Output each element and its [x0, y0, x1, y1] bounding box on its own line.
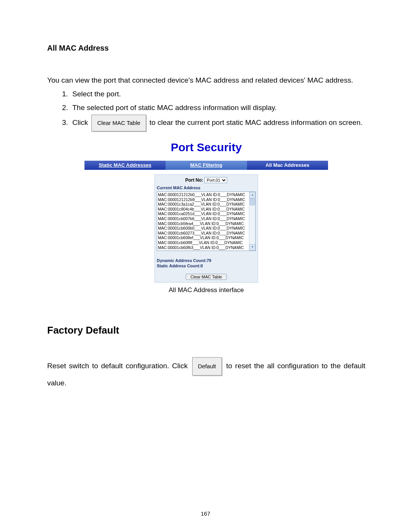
tab-all-mac[interactable]: All Mac Addresses: [247, 161, 328, 170]
dynamic-address-count: Dynamic Address Count:79: [157, 258, 256, 263]
mac-address-listbox[interactable]: MAC:0000121212b0___VLAN ID:0___DYNAMIC M…: [157, 192, 249, 251]
scrollbar[interactable]: ▴ ▾: [249, 192, 255, 251]
port-no-label: Port No:: [185, 177, 203, 183]
section-heading-all-mac: All MAC Address: [47, 44, 365, 53]
scroll-thumb[interactable]: [250, 198, 255, 205]
screenshot-caption: All MAC Address interface: [47, 286, 365, 294]
clear-mac-table-button-inline[interactable]: Clear MAC Table: [91, 115, 146, 131]
step-1: Select the port.: [70, 87, 365, 101]
scroll-up-icon[interactable]: ▴: [249, 192, 255, 198]
step-3-suffix: to clear the current port static MAC add…: [150, 118, 363, 126]
scroll-down-icon[interactable]: ▾: [249, 244, 255, 251]
tab-mac-filtering[interactable]: MAC Filtering: [166, 161, 247, 170]
tab-static-mac[interactable]: Static MAC Addresses: [84, 161, 166, 170]
section-heading-factory-default: Factory Default: [47, 324, 365, 336]
port-no-select[interactable]: Port.01: [204, 177, 227, 183]
current-mac-label: Current MAC Address: [155, 185, 258, 191]
step-3-prefix: Click: [72, 118, 88, 126]
clear-mac-table-button[interactable]: Clear MAC Table: [186, 274, 227, 280]
screenshot-title: Port Security: [47, 141, 365, 154]
step-3: Click Clear MAC Table to clear the curre…: [70, 115, 365, 131]
factory-default-paragraph: Reset switch to default configuration. C…: [47, 357, 365, 391]
intro-paragraph: You can view the port that connected dev…: [47, 73, 365, 87]
default-button-inline[interactable]: Default: [192, 357, 222, 375]
factory-text-prefix: Reset switch to default configuration. C…: [47, 362, 188, 370]
static-address-count: Static Address Count:0: [157, 263, 256, 268]
step-2: The selected port of static MAC address …: [70, 101, 365, 115]
mac-panel: Port No: Port.01 Current MAC Address MAC…: [155, 174, 258, 283]
tab-bar: Static MAC Addresses MAC Filtering All M…: [84, 161, 328, 170]
page-number: 167: [0, 510, 411, 517]
